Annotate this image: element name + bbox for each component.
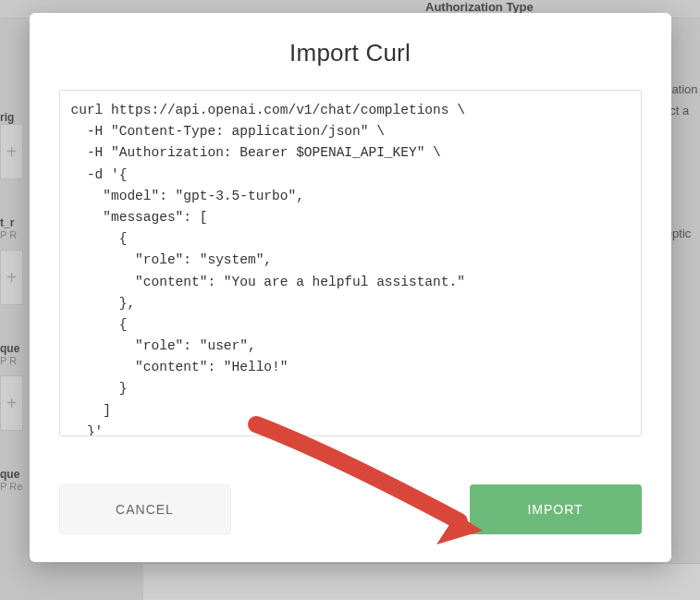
modal-title: Import Curl <box>59 39 642 67</box>
modal-overlay: Import Curl CANCEL IMPORT <box>0 0 700 600</box>
cancel-button[interactable]: CANCEL <box>59 484 231 534</box>
import-button[interactable]: IMPORT <box>470 484 642 534</box>
curl-input[interactable] <box>59 90 642 436</box>
modal-actions: CANCEL IMPORT <box>59 484 642 534</box>
import-curl-modal: Import Curl CANCEL IMPORT <box>30 13 671 562</box>
